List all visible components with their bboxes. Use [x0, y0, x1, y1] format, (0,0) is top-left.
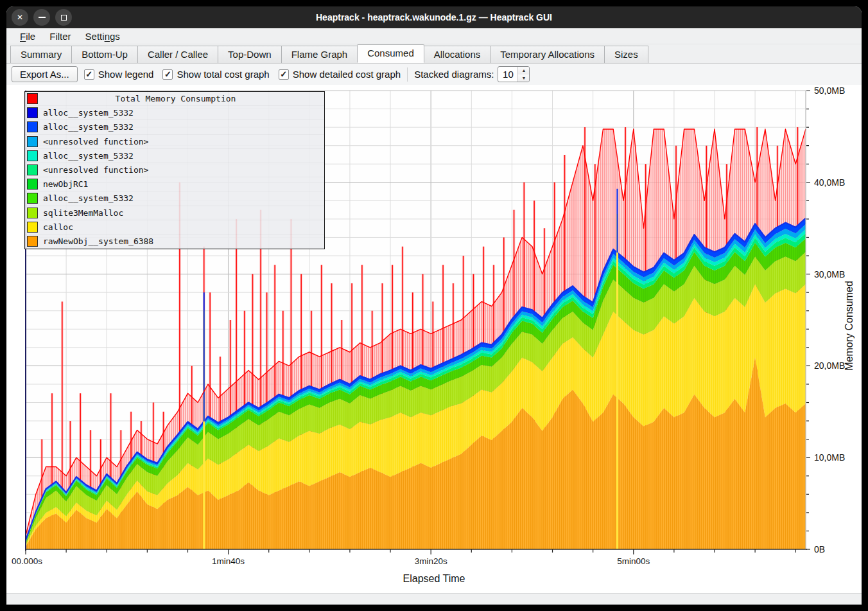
window-bottom-margin [6, 593, 862, 605]
stacked-diagrams-label: Stacked diagrams: [414, 69, 494, 80]
svg-text:20,0MB: 20,0MB [814, 360, 845, 371]
legend-swatch [27, 107, 38, 118]
svg-text:3min20s: 3min20s [415, 556, 447, 566]
tab-bottom-up[interactable]: Bottom-Up [71, 46, 138, 63]
legend-swatch [27, 193, 38, 204]
legend-label: alloc__system_5332 [43, 193, 134, 203]
menu-item-settings[interactable]: Settings [80, 30, 126, 43]
legend-swatch [27, 236, 38, 247]
legend-item: <unresolved function> [25, 163, 324, 177]
legend-item: <unresolved function> [25, 135, 324, 149]
legend-swatch [27, 136, 38, 147]
checkbox-show-total-cost-graph[interactable]: ✓Show total cost graph [162, 69, 269, 80]
y-axis-title: Memory Consumed [844, 319, 855, 332]
svg-text:0B: 0B [814, 544, 825, 554]
menu-bar: FileFilterSettings [6, 28, 862, 44]
legend-swatch [27, 93, 38, 104]
chart-toolbar: Export As... ✓Show legend✓Show total cos… [6, 63, 862, 85]
svg-text:1min40s: 1min40s [212, 556, 245, 566]
maximize-button[interactable] [55, 9, 72, 26]
minimize-icon [39, 17, 46, 18]
legend-label: alloc__system_5332 [43, 122, 134, 132]
consumed-chart-area: 00.000s1min40s3min20s5min00s0B10,0MB20,0… [6, 85, 862, 593]
chart-legend: Total Memory Consumptionalloc__system_53… [24, 91, 325, 249]
checkbox-icon: ✓ [162, 69, 173, 80]
legend-label: alloc__system_5332 [43, 151, 134, 161]
window-controls: ✕ [12, 9, 72, 26]
checkbox-show-detailed-cost-graph[interactable]: ✓Show detailed cost graph [279, 69, 401, 80]
window-title: Heaptrack - heaptrack.wakunode.1.gz — He… [6, 12, 862, 22]
legend-label: newObjRC1 [43, 179, 88, 189]
checkbox-label: Show legend [98, 69, 154, 80]
checkbox-show-legend[interactable]: ✓Show legend [84, 69, 154, 80]
checkbox-group: ✓Show legend✓Show total cost graph✓Show … [84, 69, 401, 80]
legend-label: <unresolved function> [43, 165, 148, 175]
stacked-diagrams-spinbox[interactable]: 10 ▲ ▼ [498, 66, 530, 82]
legend-label: <unresolved function> [43, 137, 148, 146]
checkbox-label: Show detailed cost graph [293, 69, 401, 80]
heaptrack-window: ✕ Heaptrack - heaptrack.wakunode.1.gz — … [6, 6, 862, 605]
svg-text:30,0MB: 30,0MB [814, 269, 845, 279]
spin-down-button[interactable]: ▼ [518, 75, 529, 82]
legend-item: sqlite3MemMalloc [25, 206, 324, 220]
close-button[interactable]: ✕ [12, 9, 28, 26]
legend-label: calloc [43, 222, 73, 232]
checkbox-icon: ✓ [279, 69, 289, 80]
legend-swatch [27, 150, 38, 161]
legend-swatch [27, 121, 38, 132]
legend-label: alloc__system_5332 [43, 108, 134, 118]
export-as-button[interactable]: Export As... [12, 66, 78, 82]
checkbox-label: Show total cost graph [177, 69, 269, 80]
legend-swatch [27, 179, 38, 190]
stacked-diagrams-value[interactable]: 10 [498, 67, 517, 82]
legend-swatch [27, 222, 38, 233]
tab-allocations[interactable]: Allocations [424, 46, 491, 63]
stacked-diagrams-control: Stacked diagrams: 10 ▲ ▼ [414, 66, 530, 82]
svg-text:40,0MB: 40,0MB [814, 177, 845, 188]
legend-label: sqlite3MemMalloc [43, 208, 123, 218]
desktop-background: ✕ Heaptrack - heaptrack.wakunode.1.gz — … [0, 0, 868, 611]
svg-text:5min00s: 5min00s [617, 556, 650, 566]
x-axis-title: Elapsed Time [6, 573, 862, 585]
svg-text:10,0MB: 10,0MB [814, 452, 845, 463]
legend-swatch [27, 208, 38, 218]
spin-up-button[interactable]: ▲ [518, 67, 529, 75]
tab-temporary-allocations[interactable]: Temporary Allocations [490, 46, 605, 63]
tab-summary[interactable]: Summary [10, 46, 72, 63]
titlebar[interactable]: ✕ Heaptrack - heaptrack.wakunode.1.gz — … [6, 6, 862, 28]
legend-label: rawNewObj__system_6388 [43, 236, 153, 246]
toolbar-separator [407, 67, 408, 82]
legend-item: rawNewObj__system_6388 [25, 235, 324, 249]
legend-item: alloc__system_5332 [25, 120, 324, 134]
legend-item: alloc__system_5332 [25, 149, 324, 163]
tab-bar: SummaryBottom-UpCaller / CalleeTop-DownF… [6, 44, 862, 63]
checkbox-icon: ✓ [84, 69, 94, 80]
tab-top-down[interactable]: Top-Down [218, 46, 282, 63]
maximize-icon [61, 15, 67, 21]
svg-text:50,0MB: 50,0MB [814, 85, 845, 96]
legend-item: newObjRC1 [25, 177, 324, 191]
tab-flame-graph[interactable]: Flame Graph [281, 46, 358, 63]
minimize-button[interactable] [33, 9, 50, 26]
tab-sizes[interactable]: Sizes [604, 46, 648, 63]
close-icon: ✕ [17, 13, 23, 22]
legend-swatch [27, 164, 38, 175]
tab-consumed[interactable]: Consumed [357, 44, 424, 63]
menu-item-file[interactable]: File [14, 30, 41, 43]
legend-title: Total Memory Consumption [43, 94, 308, 103]
legend-title-row: Total Memory Consumption [25, 92, 324, 106]
legend-item: alloc__system_5332 [25, 106, 324, 120]
svg-text:00.000s: 00.000s [12, 556, 42, 566]
menu-item-filter[interactable]: Filter [44, 30, 76, 43]
legend-item: calloc [25, 220, 324, 235]
tab-caller-callee[interactable]: Caller / Callee [137, 46, 218, 63]
legend-item: alloc__system_5332 [25, 191, 324, 206]
